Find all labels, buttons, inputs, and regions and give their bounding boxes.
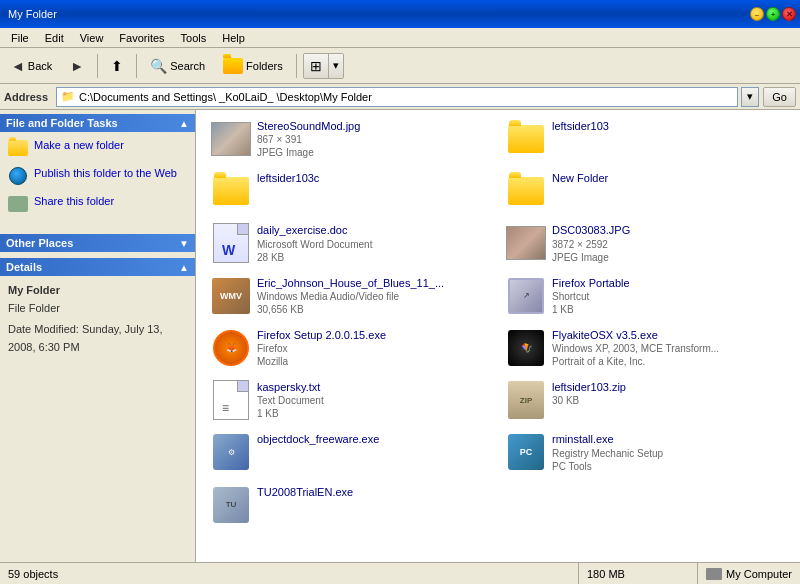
file-info: daily_exercise.doc Microsoft Word Docume…: [257, 223, 490, 263]
file-name: DSC03083.JPG: [552, 223, 785, 237]
list-item[interactable]: WMV Eric_Johnson_House_of_Blues_11_... W…: [204, 271, 497, 321]
file-info: TU2008TrialEN.exe: [257, 485, 490, 499]
search-button[interactable]: 🔍 Search: [143, 52, 212, 80]
file-meta: 3872 × 2592: [552, 238, 785, 251]
statusbar: 59 objects 180 MB My Computer: [0, 562, 800, 584]
tasks-header[interactable]: File and Folder Tasks ▲: [0, 114, 195, 132]
file-info: leftsider103: [552, 119, 785, 133]
go-label: Go: [772, 91, 787, 103]
zip-icon: ZIP: [508, 381, 544, 419]
search-label: Search: [170, 60, 205, 72]
other-places-section: Other Places ▼: [0, 234, 195, 252]
file-meta: Registry Mechanic Setup: [552, 447, 785, 460]
up-button[interactable]: ⬆: [104, 52, 130, 80]
main-area: File and Folder Tasks ▲ Make a new folde…: [0, 110, 800, 562]
image-thumbnail: [211, 122, 251, 156]
window-title: My Folder: [8, 8, 57, 20]
titlebar-buttons: – + ✕: [750, 7, 796, 21]
list-item[interactable]: ⚙ objectdock_freeware.exe: [204, 427, 497, 477]
menubar-item-help[interactable]: Help: [215, 30, 252, 46]
file-info: Firefox Portable Shortcut1 KB: [552, 276, 785, 316]
other-places-header[interactable]: Other Places ▼: [0, 234, 195, 252]
back-button[interactable]: ◄ Back: [4, 52, 59, 80]
word-document-icon: [213, 223, 249, 263]
task-item-label: Publish this folder to the Web: [34, 166, 177, 180]
file-grid: StereoSoundMod.jpg 867 × 391JPEG Image l…: [204, 114, 792, 530]
address-dropdown-button[interactable]: ▾: [741, 87, 759, 107]
list-item[interactable]: leftsider103: [499, 114, 792, 164]
folder-icon: [508, 125, 544, 153]
file-info: rminstall.exe Registry Mechanic SetupPC …: [552, 432, 785, 472]
file-meta: JPEG Image: [552, 251, 785, 264]
view-selector[interactable]: ⊞ ▾: [303, 53, 344, 79]
view-grid-icon: ⊞: [310, 58, 322, 74]
menubar-item-file[interactable]: File: [4, 30, 36, 46]
firefox-icon: 🦊: [213, 330, 249, 366]
list-item[interactable]: StereoSoundMod.jpg 867 × 391JPEG Image: [204, 114, 497, 164]
path-folder-icon: 📁: [61, 90, 75, 103]
forward-button[interactable]: ►: [63, 52, 91, 80]
file-meta: 1 KB: [257, 407, 490, 420]
list-item[interactable]: ZIP leftsider103.zip 30 KB: [499, 375, 792, 425]
task-item[interactable]: Make a new folder: [8, 138, 187, 158]
file-icon-container: [211, 171, 251, 211]
file-icon-container: [506, 119, 546, 159]
task-item[interactable]: Publish this folder to the Web: [8, 166, 187, 186]
list-item[interactable]: ↗ Firefox Portable Shortcut1 KB: [499, 271, 792, 321]
list-item[interactable]: daily_exercise.doc Microsoft Word Docume…: [204, 218, 497, 268]
file-info: Firefox Setup 2.0.0.15.exe FirefoxMozill…: [257, 328, 490, 368]
search-icon: 🔍: [150, 58, 167, 74]
file-meta: 867 × 391: [257, 133, 490, 146]
file-meta: JPEG Image: [257, 146, 490, 159]
list-item[interactable]: leftsider103c: [204, 166, 497, 216]
maximize-button[interactable]: +: [766, 7, 780, 21]
file-meta: PC Tools: [552, 460, 785, 473]
file-icon-container: WMV: [211, 276, 251, 316]
list-item[interactable]: DSC03083.JPG 3872 × 2592JPEG Image: [499, 218, 792, 268]
file-info: leftsider103.zip 30 KB: [552, 380, 785, 407]
details-modified: Date Modified: Sunday, July 13, 2008, 6:…: [8, 321, 187, 356]
status-size: 180 MB: [578, 563, 698, 584]
file-meta: Mozilla: [257, 355, 490, 368]
file-area: StereoSoundMod.jpg 867 × 391JPEG Image l…: [196, 110, 800, 562]
menubar: FileEditViewFavoritesToolsHelp: [0, 28, 800, 48]
file-icon-container: ZIP: [506, 380, 546, 420]
share-icon: [8, 196, 28, 212]
menubar-item-view[interactable]: View: [73, 30, 111, 46]
file-name: Eric_Johnson_House_of_Blues_11_...: [257, 276, 490, 290]
list-item[interactable]: PC rminstall.exe Registry Mechanic Setup…: [499, 427, 792, 477]
folders-button[interactable]: Folders: [216, 52, 290, 80]
view-main-button[interactable]: ⊞: [304, 54, 329, 78]
close-button[interactable]: ✕: [782, 7, 796, 21]
file-meta: Portrait of a Kite, Inc.: [552, 355, 785, 368]
menubar-item-edit[interactable]: Edit: [38, 30, 71, 46]
address-path[interactable]: 📁 C:\Documents and Settings\ _Ko0LaiD_ \…: [56, 87, 738, 107]
list-item[interactable]: 🦊 Firefox Setup 2.0.0.15.exe FirefoxMozi…: [204, 323, 497, 373]
new-folder-icon: [8, 138, 28, 158]
folder-icon: [508, 177, 544, 205]
menubar-item-tools[interactable]: Tools: [174, 30, 214, 46]
file-name: New Folder: [552, 171, 785, 185]
file-icon-container: PC: [506, 432, 546, 472]
file-icon-container: 🪁: [506, 328, 546, 368]
menubar-item-favorites[interactable]: Favorites: [112, 30, 171, 46]
file-icon-container: ⚙: [211, 432, 251, 472]
list-item[interactable]: New Folder: [499, 166, 792, 216]
task-item[interactable]: Share this folder: [8, 194, 187, 214]
list-item[interactable]: 🪁 FlyakiteOSX v3.5.exe Windows XP, 2003,…: [499, 323, 792, 373]
address-go-button[interactable]: Go: [763, 87, 796, 107]
list-item[interactable]: TU TU2008TrialEN.exe: [204, 480, 497, 530]
file-meta: Shortcut: [552, 290, 785, 303]
task-item-label: Make a new folder: [34, 138, 124, 152]
status-computer: My Computer: [698, 568, 792, 580]
view-dropdown-arrow[interactable]: ▾: [329, 54, 343, 78]
list-item[interactable]: kaspersky.txt Text Document1 KB: [204, 375, 497, 425]
file-meta: Windows Media Audio/Video file: [257, 290, 490, 303]
file-icon-container: [506, 171, 546, 211]
details-header[interactable]: Details ▲: [0, 258, 195, 276]
file-info: StereoSoundMod.jpg 867 × 391JPEG Image: [257, 119, 490, 159]
details-label: Details: [6, 261, 42, 273]
minimize-button[interactable]: –: [750, 7, 764, 21]
file-info: FlyakiteOSX v3.5.exe Windows XP, 2003, M…: [552, 328, 785, 368]
tasks-collapse-icon: ▲: [179, 118, 189, 129]
